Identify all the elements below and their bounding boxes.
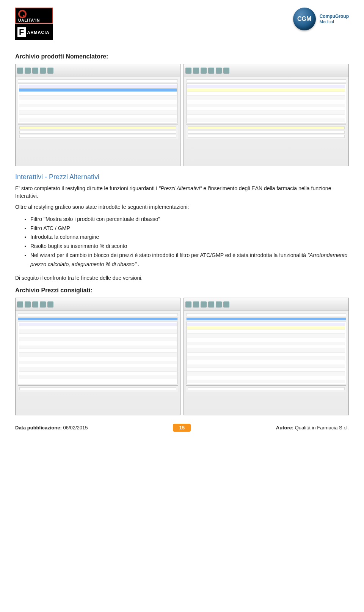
toolbar-icon (185, 301, 191, 308)
screenshot-prezzi-old (15, 298, 180, 415)
toolbar-icon (223, 68, 229, 74)
list-item: Filtro "Mostra solo i prodotti con perce… (30, 215, 349, 224)
grid-row (19, 104, 177, 107)
cgm-line2: Medical (320, 19, 334, 24)
data-grid (186, 84, 346, 123)
date-bar (18, 317, 178, 320)
search-bar (18, 313, 178, 316)
detail-panel (18, 125, 178, 139)
detail-field (188, 131, 345, 134)
list-item: Risolto bugfix su inserimento % di scont… (30, 242, 349, 251)
toolbar-icon (201, 301, 207, 308)
highlighted-field (188, 126, 345, 129)
toolbar-icon (185, 68, 191, 74)
grid-row (187, 330, 345, 334)
grid-row (19, 361, 177, 364)
footer-date: Data pubblicazione: 06/02/2015 (15, 425, 88, 431)
section-title-nomenclatore: Archivio prodotti Nomenclatore: (15, 53, 349, 60)
grid-row (187, 368, 345, 372)
cgm-logo: CGM CompuGroup Medical (293, 8, 349, 30)
grid-row (19, 357, 177, 360)
grid-row (19, 334, 177, 338)
status-field (188, 387, 345, 390)
grid-row (187, 342, 345, 345)
grid-row (19, 342, 177, 345)
grid-row (19, 345, 177, 349)
qif-logo-top-text: UALITA'IN (18, 18, 40, 22)
paragraph-intro: E' stato completato il restyling di tutt… (15, 185, 349, 200)
grid-row (19, 338, 177, 341)
toolbar-icon (201, 68, 207, 74)
section-title-prezzi: Archivio Prezzi consigliati: (15, 287, 349, 294)
toolbar-icon (47, 301, 53, 308)
window-toolbar (16, 64, 180, 77)
screenshot-nomenclatore-new (184, 64, 349, 166)
grid-row (187, 353, 345, 356)
grid-row (19, 92, 177, 96)
toolbar-icon (40, 68, 46, 74)
grid-row (187, 119, 345, 122)
page-header: UALITA'IN F ARMACIA CGM CompuGroup Medic… (15, 8, 349, 42)
grid-row (187, 349, 345, 353)
detail-field (19, 135, 176, 138)
grid-row (19, 107, 177, 111)
grid-row (187, 104, 345, 107)
grid-header (19, 85, 177, 88)
grid-row (187, 380, 345, 383)
window-toolbar (184, 64, 348, 77)
cgm-company-name: CompuGroup Medical (320, 14, 349, 24)
qif-logo: UALITA'IN F ARMACIA (15, 8, 53, 42)
footer-date-label: Data pubblicazione: (15, 425, 62, 431)
subsection-title-interattivi: Interattivi - Prezzi Alternativi (15, 173, 349, 181)
grid-row-selected (19, 88, 177, 92)
window-toolbar (16, 298, 180, 311)
grid-row (187, 92, 345, 96)
p1-emphasis: "Prezzi Alternativi" (159, 185, 202, 191)
grid-row (187, 111, 345, 115)
toolbar-icon (25, 301, 31, 308)
list-item: Introdotta la colonna margine (30, 233, 349, 242)
grid-row (187, 361, 345, 364)
grid-header (187, 323, 345, 326)
paragraph-comparison: Di seguito il confronto tra le finestre … (15, 274, 349, 282)
toolbar-icon (47, 68, 53, 74)
grid-row (187, 107, 345, 111)
toolbar-icon (208, 301, 214, 308)
grid-row (19, 380, 177, 383)
grid-row (19, 96, 177, 99)
grid-row (19, 372, 177, 375)
grid-row-highlight (187, 88, 345, 92)
qif-logo-bottom: F ARMACIA (15, 24, 53, 40)
data-grid (18, 84, 178, 123)
detail-field (188, 135, 345, 138)
grid-row (187, 100, 345, 103)
p1-part-a: E' stato completato il restyling di tutt… (15, 185, 159, 191)
toolbar-icon (17, 68, 23, 74)
grid-row (187, 96, 345, 99)
grid-row (187, 334, 345, 338)
page-footer: Data pubblicazione: 06/02/2015 15 Autore… (15, 424, 349, 432)
window-toolbar (184, 298, 348, 311)
cgm-sphere-icon: CGM (293, 8, 316, 30)
footer-field (19, 387, 176, 390)
cgm-badge-text: CGM (297, 16, 311, 22)
list-item: Filtro ATC / GMP (30, 224, 349, 233)
filter-bar (18, 79, 178, 82)
toolbar-icon (25, 68, 31, 74)
grid-row (19, 353, 177, 356)
grid-row (187, 345, 345, 349)
toolbar-icon (32, 301, 38, 308)
grid-row (19, 327, 177, 330)
grid-row (187, 364, 345, 368)
status-bar (186, 385, 346, 392)
grid-row (19, 364, 177, 368)
detail-field (19, 131, 176, 134)
b5-part-a: Nel wizard per il cambio in blocco dei p… (30, 252, 308, 258)
grid-row (187, 115, 345, 118)
toolbar-icon (193, 68, 199, 74)
qif-logo-bottom-text: ARMACIA (27, 30, 49, 35)
implementation-list: Filtro "Mostra solo i prodotti con perce… (30, 215, 349, 269)
grid-row-highlight (187, 327, 345, 330)
search-bar (186, 313, 346, 316)
paragraph-implementations: Oltre al restyling grafico sono state in… (15, 203, 349, 211)
